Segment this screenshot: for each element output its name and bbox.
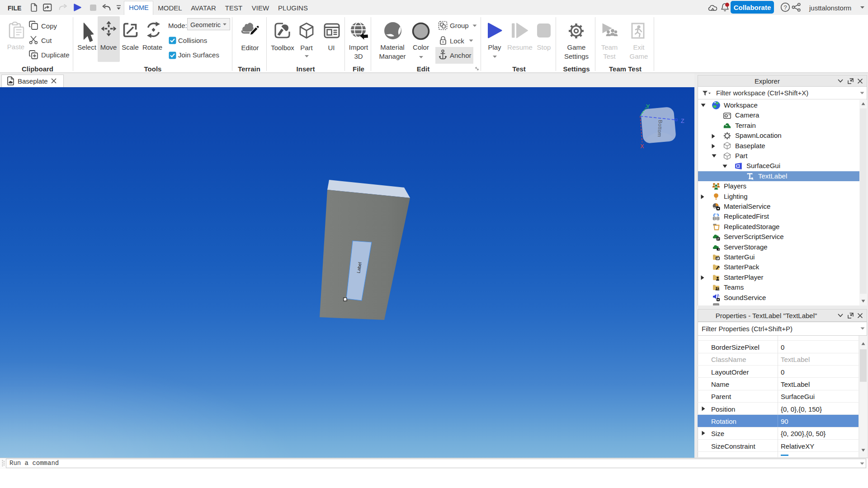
svg-text:Y: Y — [646, 103, 650, 110]
svg-text:Z: Z — [681, 118, 684, 124]
svg-text:?: ? — [783, 4, 787, 11]
svg-text:X: X — [640, 143, 644, 150]
svg-text:Bottom: Bottom — [657, 120, 663, 137]
